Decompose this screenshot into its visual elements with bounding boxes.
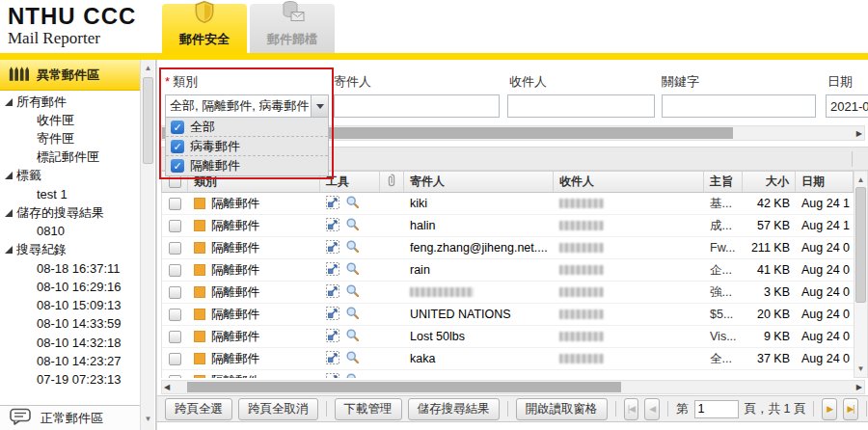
magnifier-icon[interactable] xyxy=(346,307,359,322)
scroll-right-icon[interactable]: ▶ xyxy=(856,127,862,140)
column-header-date[interactable]: 日期 xyxy=(796,172,854,192)
sidebar-tree-item[interactable]: 08-10 15:09:13 xyxy=(0,296,141,314)
table-row[interactable]: 隔離郵件 halin 成... 57 KB Aug 24 1 xyxy=(162,215,854,237)
column-header-size[interactable]: 大小 xyxy=(743,172,796,192)
combobox-trigger[interactable] xyxy=(311,95,328,117)
row-checkbox[interactable] xyxy=(169,309,181,321)
scroll-up-icon[interactable]: ▲ xyxy=(854,174,867,186)
checked-checkbox-icon[interactable]: ✓ xyxy=(171,159,184,173)
table-row[interactable]: 隔離郵件 xyxy=(162,370,854,378)
toolbar-button[interactable]: 跨頁全選 xyxy=(165,398,232,420)
row-checkbox[interactable] xyxy=(169,375,181,379)
open-in-window-icon[interactable] xyxy=(326,218,339,234)
open-in-window-icon[interactable] xyxy=(326,329,339,345)
sidebar-tree-item[interactable]: 08-10 14:32:18 xyxy=(0,333,141,351)
prev-page-button[interactable]: ◀ xyxy=(644,398,660,420)
category-option[interactable]: ✓ 隔離郵件 xyxy=(166,156,328,175)
category-combobox[interactable]: 全部, 隔離郵件, 病毒郵件 xyxy=(165,94,329,118)
recipient-input[interactable] xyxy=(507,94,655,118)
magnifier-icon[interactable] xyxy=(346,218,359,233)
tab-mail-archive[interactable]: 郵件歸檔 xyxy=(250,4,335,53)
toolbar-button[interactable]: 開啟讀取窗格 xyxy=(516,398,608,420)
first-page-button[interactable]: |◀ xyxy=(624,398,639,420)
toolbar-button[interactable]: 儲存搜尋結果 xyxy=(408,398,500,420)
sidebar-tree-item[interactable]: 0810 xyxy=(0,222,141,240)
open-in-window-icon[interactable] xyxy=(326,284,339,301)
tab-mail-security[interactable]: 郵件安全 xyxy=(162,4,247,53)
row-checkbox[interactable] xyxy=(169,242,181,255)
tree-expand-icon[interactable] xyxy=(5,246,13,254)
open-in-window-icon[interactable] xyxy=(326,351,339,367)
open-in-window-icon[interactable] xyxy=(326,307,339,323)
row-checkbox[interactable] xyxy=(169,353,181,365)
page-number-input[interactable] xyxy=(694,400,739,418)
keyword-input[interactable] xyxy=(662,94,816,118)
scrollbar-thumb[interactable] xyxy=(143,77,153,164)
sidebar-tree-item[interactable]: 08-10 16:29:16 xyxy=(0,278,141,296)
open-in-window-icon[interactable] xyxy=(326,196,339,212)
category-option[interactable]: ✓ 病毒郵件 xyxy=(166,137,328,156)
sidebar-header-abnormal-mail[interactable]: 異常郵件區 xyxy=(0,60,141,91)
sender-input[interactable] xyxy=(334,94,500,118)
toolbar-button[interactable]: 下載管理 xyxy=(335,398,402,420)
scroll-up-icon[interactable]: ▲ xyxy=(141,62,155,75)
sidebar-tree-item[interactable]: 08-10 14:23:27 xyxy=(0,352,141,370)
sidebar-tree-item[interactable]: 標籤 xyxy=(0,167,141,185)
date-input[interactable] xyxy=(826,94,868,118)
column-header-recipient[interactable]: 收件人 xyxy=(554,172,704,192)
sidebar-tree-item[interactable]: test 1 xyxy=(0,185,141,203)
tree-expand-icon[interactable] xyxy=(5,209,13,217)
category-option[interactable]: ✓ 全部 xyxy=(166,118,328,137)
scroll-down-icon[interactable]: ▼ xyxy=(854,363,867,375)
table-row[interactable]: 隔離郵件 kaka 全... 37 KB Aug 24 0 xyxy=(162,348,854,370)
magnifier-icon[interactable] xyxy=(346,373,359,378)
scrollbar-thumb[interactable] xyxy=(855,187,866,303)
scrollbar-thumb[interactable] xyxy=(187,382,621,392)
column-header-attachment[interactable] xyxy=(380,172,404,192)
toolbar-button[interactable]: 跨頁全取消 xyxy=(238,398,318,420)
sidebar-tree-item[interactable]: 所有郵件 xyxy=(0,93,141,111)
checked-checkbox-icon[interactable]: ✓ xyxy=(171,140,184,153)
column-header-subject[interactable]: 主旨 xyxy=(704,172,743,192)
table-row[interactable]: 隔離郵件 kiki 基... 42 KB Aug 24 1 xyxy=(162,193,854,215)
sidebar-tree-item[interactable]: 標記郵件匣 xyxy=(0,148,141,167)
checked-checkbox-icon[interactable]: ✓ xyxy=(171,121,184,134)
scroll-right-icon[interactable]: ▶ xyxy=(856,382,862,393)
sidebar-tree-item[interactable]: 寄件匣 xyxy=(0,129,141,148)
sidebar-tree-item[interactable]: 收件匣 xyxy=(0,111,141,129)
table-row[interactable]: 隔離郵件 feng.zhang@jiheng.net.... Fw... 211… xyxy=(162,237,854,259)
next-page-button[interactable]: ▶ xyxy=(822,398,837,420)
table-row[interactable]: 隔離郵件 UNITED NATIONS $5... 20 KB Aug 24 0 xyxy=(162,304,854,326)
column-header-tools[interactable]: 工具 xyxy=(320,172,380,192)
magnifier-icon[interactable] xyxy=(346,351,359,366)
scroll-left-icon[interactable]: ◀ xyxy=(164,382,170,393)
sidebar-tree-item[interactable]: 07-19 07:23:13 xyxy=(0,370,141,389)
row-checkbox[interactable] xyxy=(169,286,181,299)
table-vertical-scrollbar[interactable]: ▲ ▼ xyxy=(854,171,868,378)
sidebar-tree-item[interactable]: 08-10 14:33:59 xyxy=(0,314,141,333)
column-header-sender[interactable]: 寄件人 xyxy=(404,172,554,192)
table-horizontal-scrollbar[interactable]: ◀ ▶ xyxy=(161,380,865,394)
magnifier-icon[interactable] xyxy=(346,196,359,211)
table-row[interactable]: 隔離郵件 Lost 50lbs Vis... 9 KB Aug 24 0 xyxy=(162,326,854,348)
tree-expand-icon[interactable] xyxy=(5,98,13,106)
magnifier-icon[interactable] xyxy=(346,262,359,278)
sidebar-scrollbar[interactable]: ▲ ▼ xyxy=(140,60,154,430)
open-in-window-icon[interactable] xyxy=(326,373,339,379)
open-in-window-icon[interactable] xyxy=(326,240,339,256)
last-page-button[interactable]: ▶| xyxy=(843,398,858,420)
row-checkbox[interactable] xyxy=(169,264,181,277)
sidebar-tree-item[interactable]: 搜尋紀錄 xyxy=(0,241,141,259)
tree-expand-icon[interactable] xyxy=(5,172,13,179)
row-checkbox[interactable] xyxy=(169,198,181,210)
sidebar-tree-item[interactable]: 08-18 16:37:11 xyxy=(0,259,141,278)
magnifier-icon[interactable] xyxy=(346,284,359,300)
table-row[interactable]: 隔離郵件 rain 企... 41 KB Aug 24 0 xyxy=(162,259,854,282)
table-row[interactable]: 隔離郵件 強... 3 KB Aug 24 0 xyxy=(162,282,854,304)
sidebar-tree-item[interactable]: 儲存的搜尋結果 xyxy=(0,203,141,222)
scroll-down-icon[interactable]: ▼ xyxy=(141,413,155,426)
open-in-window-icon[interactable] xyxy=(326,262,339,279)
row-checkbox[interactable] xyxy=(169,331,181,343)
magnifier-icon[interactable] xyxy=(346,240,359,255)
sidebar-footer-normal-mail[interactable]: 正常郵件區 xyxy=(0,405,141,430)
